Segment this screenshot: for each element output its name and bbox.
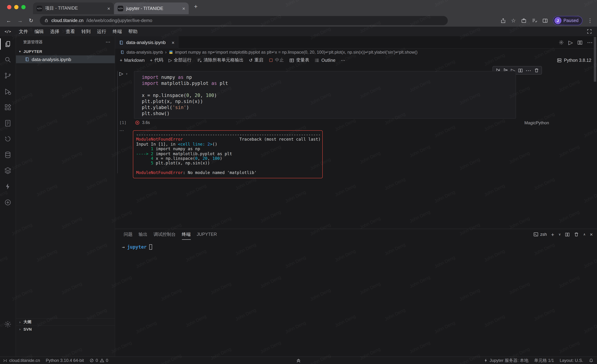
zoom-window-button[interactable] <box>21 5 26 9</box>
clear-outputs-button[interactable]: 清除所有单元格输出 <box>197 57 244 63</box>
menu-view[interactable]: 查看 <box>63 28 78 35</box>
reading-list-icon[interactable] <box>531 18 537 23</box>
kernel-picker-button[interactable]: Python 3.8.12 <box>557 58 591 63</box>
close-window-button[interactable] <box>7 5 11 9</box>
terminal-prompt-line[interactable]: → jupyter <box>122 244 152 250</box>
menu-goto[interactable]: 转到 <box>78 28 94 35</box>
menu-edit[interactable]: 编辑 <box>31 28 47 35</box>
restart-button[interactable]: ↺ 重启 <box>249 57 263 63</box>
file-item-notebook[interactable]: data-analysis.ipynb <box>16 55 115 63</box>
toolbar-more-icon[interactable]: ⋯ <box>341 58 345 63</box>
close-icon[interactable]: × <box>172 39 174 45</box>
fullscreen-icon[interactable] <box>587 29 592 34</box>
split-cell-icon[interactable] <box>518 68 523 73</box>
token: 4 <box>136 156 153 161</box>
breadcrumb-file[interactable]: data-analysis.ipynb <box>126 50 163 55</box>
terminal-dropdown-caret-icon[interactable]: ∨ <box>558 232 561 236</box>
run-cell-button[interactable]: ▷ <box>119 71 123 76</box>
panel-tab-debug-console[interactable]: 调试控制台 <box>154 229 176 240</box>
menu-run[interactable]: 运行 <box>94 28 110 35</box>
back-icon[interactable]: ← <box>6 17 11 23</box>
activity-target-button[interactable] <box>0 195 16 209</box>
delete-cell-icon[interactable] <box>534 68 539 73</box>
activity-explorer-button[interactable] <box>0 37 16 51</box>
sidebar-more-icon[interactable]: ⋯ <box>106 39 110 45</box>
url-bar[interactable]: cloud.titanide.cn/ide/web/coding/jupyter… <box>40 16 448 25</box>
menu-terminal[interactable]: 终端 <box>110 28 125 35</box>
menu-selection[interactable]: 选择 <box>47 28 63 35</box>
breadcrumb-code[interactable]: import numpy as np↵import matplotlib.pyp… <box>175 50 417 55</box>
browser-tab-jupyter[interactable]: </> jupyter - TITANIDE × <box>114 2 189 14</box>
plus-icon: + <box>120 58 122 63</box>
new-terminal-icon[interactable]: + <box>551 231 554 237</box>
menu-help[interactable]: 帮助 <box>125 28 141 35</box>
button-label: 全部运行 <box>174 57 192 63</box>
kill-terminal-icon[interactable] <box>574 232 579 237</box>
terminal-shell-selector[interactable]: zsh <box>533 232 547 237</box>
browser-menu-icon[interactable]: ⋮ <box>587 17 593 24</box>
panel-tab-jupyter[interactable]: JUPYTER <box>197 229 217 240</box>
output-collapse-icon[interactable]: ⋯ <box>119 128 124 133</box>
shell-name: zsh <box>540 232 547 237</box>
maximize-panel-caret-icon[interactable]: ∧ <box>583 232 585 236</box>
sidebar-section-svn[interactable]: › SVN <box>16 325 115 332</box>
profile-paused-button[interactable]: J Paused <box>553 16 582 25</box>
activity-layers-button[interactable] <box>0 163 16 178</box>
bookmark-star-icon[interactable]: ☆ <box>511 17 516 24</box>
split-editor-icon[interactable] <box>577 40 582 45</box>
activity-settings-button[interactable] <box>0 317 16 331</box>
cell-language-mode[interactable]: MagicPython <box>524 120 549 125</box>
activity-search-button[interactable] <box>0 53 16 67</box>
sidebar-section-jupyter[interactable]: ▾ JUPYTER <box>16 47 115 55</box>
forward-icon[interactable]: → <box>17 17 23 23</box>
jupyter-server-indicator[interactable]: Jupyter 服务器: 本地 <box>483 357 528 364</box>
editor-scrollbar[interactable] <box>594 37 596 82</box>
avatar: J <box>554 17 561 24</box>
menu-file[interactable]: 文件 <box>16 28 31 35</box>
close-panel-icon[interactable]: × <box>590 232 593 237</box>
token: <cell line: <box>178 142 207 147</box>
remote-indicator[interactable]: cloud.titanide.cn <box>3 358 40 363</box>
extensions-puzzle-icon[interactable] <box>521 18 526 23</box>
restore-panel-chevrons-icon[interactable] <box>296 358 301 363</box>
notebook-settings-gear-icon[interactable] <box>558 40 564 45</box>
cell-more-icon[interactable]: ⋯ <box>526 67 531 74</box>
breadcrumb[interactable]: data-analysis.ipynb › import numpy as np… <box>115 49 597 56</box>
interrupt-button[interactable]: 中止 <box>269 57 284 63</box>
run-all-icon[interactable]: ▷ <box>568 39 573 46</box>
minimize-window-button[interactable] <box>14 5 18 9</box>
editor-tab-notebook[interactable]: data-analysis.ipynb × <box>115 36 178 49</box>
side-panel-icon[interactable] <box>542 18 548 23</box>
code-cell-editor[interactable]: import numpy as npimport matplotlib.pypl… <box>134 71 516 119</box>
close-tab-icon[interactable]: × <box>182 6 185 11</box>
new-tab-button[interactable]: + <box>194 3 197 10</box>
activity-history-button[interactable] <box>0 132 16 146</box>
variables-button[interactable]: 变量表 <box>289 57 309 63</box>
activity-database-button[interactable] <box>0 148 16 162</box>
notifications-bell-icon[interactable] <box>589 358 593 363</box>
browser-tab-project[interactable]: </> 项目 - TITANIDE × <box>33 2 114 14</box>
cell-indicator[interactable]: 单元格 1/1 <box>534 357 554 364</box>
run-all-button[interactable]: ▷ 全部运行 <box>169 57 192 63</box>
python-interpreter[interactable]: Python 3.10.4 64-bit <box>46 358 84 363</box>
more-actions-icon[interactable]: ⋯ <box>587 39 593 46</box>
add-code-button[interactable]: + 代码 <box>150 57 163 63</box>
split-terminal-icon[interactable] <box>565 232 570 237</box>
panel-tab-terminal[interactable]: 终端 <box>182 229 191 240</box>
run-options-caret-icon[interactable]: ∨ <box>126 72 128 75</box>
panel-tab-problems[interactable]: 问题 <box>124 229 133 240</box>
sidebar-section-outline[interactable]: › 大纲 <box>16 318 115 325</box>
share-icon[interactable] <box>500 18 506 23</box>
add-markdown-button[interactable]: + Markdown <box>120 58 145 63</box>
activity-thunder-button[interactable] <box>0 179 16 194</box>
layout-indicator[interactable]: Layout: U.S. <box>560 358 583 363</box>
activity-extensions-button[interactable] <box>0 100 16 114</box>
problems-indicator[interactable]: 0 0 <box>90 358 108 363</box>
activity-source-control-button[interactable] <box>0 69 16 83</box>
activity-run-debug-button[interactable] <box>0 85 16 99</box>
panel-tab-output[interactable]: 输出 <box>139 229 148 240</box>
outline-button[interactable]: Outline <box>315 58 336 63</box>
activity-notebook-button[interactable] <box>0 116 16 130</box>
reload-icon[interactable]: ↻ <box>29 17 33 24</box>
close-tab-icon[interactable]: × <box>107 6 110 11</box>
